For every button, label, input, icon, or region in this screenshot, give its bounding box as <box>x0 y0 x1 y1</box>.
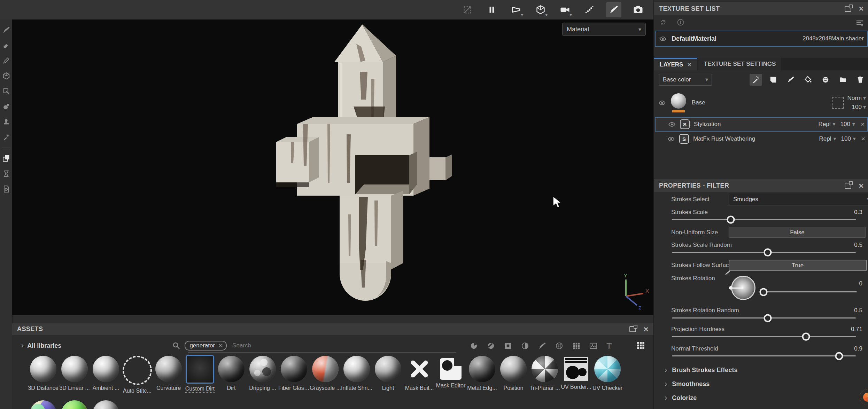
remove-layer-icon[interactable]: × <box>861 120 865 128</box>
asset-uv-border[interactable]: UV Border... <box>560 356 592 394</box>
hardware-icon[interactable] <box>572 342 580 350</box>
asset-fiber-glass[interactable]: Fiber Glass... <box>278 356 310 394</box>
search-tag[interactable]: generator × <box>185 341 227 351</box>
asset-partial-2[interactable] <box>59 400 90 409</box>
section-colorize[interactable]: › Colorize <box>665 393 697 402</box>
solo-icon[interactable] <box>676 18 685 26</box>
close-icon[interactable]: × <box>859 182 864 190</box>
opacity-dropdown[interactable]: 100 <box>852 104 862 111</box>
asset-tri-planar[interactable]: Tri-Planar ... <box>529 356 560 394</box>
projection-tool-icon[interactable] <box>0 53 12 68</box>
resources-icon[interactable] <box>0 181 12 197</box>
delete-layer-icon[interactable] <box>854 74 867 86</box>
close-icon[interactable]: × <box>644 325 649 333</box>
asset-light[interactable]: Light <box>372 356 404 394</box>
shading-mode-dropdown[interactable]: Material <box>562 23 646 36</box>
texture-set-row[interactable]: DefaultMaterial 2048x2048 Main shader <box>655 31 868 47</box>
perspective-icon[interactable]: ▾ <box>509 2 524 17</box>
base-color-swatch[interactable] <box>672 110 685 112</box>
channel-dropdown[interactable]: Base color <box>659 74 712 86</box>
particles-tool-icon[interactable] <box>0 99 12 114</box>
add-folder-icon[interactable] <box>837 74 849 86</box>
opacity-dropdown[interactable]: 100 <box>840 121 850 128</box>
blend-mode-dropdown[interactable]: Norm <box>847 95 862 102</box>
polygon-fill-tool-icon[interactable] <box>0 68 12 84</box>
asset-ambient[interactable]: Ambient ... <box>90 356 122 394</box>
strokes-rotation-dial[interactable] <box>731 276 755 300</box>
brushes-icon[interactable] <box>538 342 546 350</box>
paint-tool-icon[interactable] <box>0 22 12 38</box>
viewport-3d[interactable]: Material Y X Z <box>12 19 653 315</box>
tab-texture-set-settings[interactable]: TEXTURE SET SETTINGS <box>698 58 782 70</box>
asset-dirt[interactable]: Dirt <box>216 356 247 394</box>
normal-threshold-slider[interactable] <box>672 352 856 361</box>
layer-row-matfx-rust[interactable]: S MatFx Rust Weathering Repl 100 × <box>655 132 868 145</box>
layer-row-base[interactable]: Base Norm 100 <box>655 90 868 116</box>
asset-3d-distance[interactable]: 3D Distance <box>28 356 59 394</box>
strokes-rotation-slider[interactable] <box>764 288 857 297</box>
popout-icon[interactable] <box>629 326 636 332</box>
history-icon[interactable] <box>0 166 12 181</box>
axis-gizmo[interactable]: Y X Z <box>618 272 653 310</box>
camera-icon[interactable]: ▾ <box>557 2 573 17</box>
smart-materials-icon[interactable] <box>487 342 495 350</box>
section-brush-strokes-effects[interactable]: › Brush Strokes Effects <box>665 365 737 375</box>
popout-icon[interactable] <box>845 6 851 12</box>
asset-custom-dirt[interactable]: Custom Dirt <box>184 356 216 394</box>
strokes-follow-surface-toggle[interactable]: True <box>729 260 867 271</box>
asset-metal-edge[interactable]: Metal Edg... <box>466 356 498 394</box>
paint-brush-icon[interactable] <box>606 2 621 17</box>
asset-mask-editor[interactable]: Mask Editor <box>435 356 466 394</box>
search-input[interactable] <box>232 342 292 349</box>
pause-icon[interactable] <box>484 2 499 17</box>
asset-position[interactable]: Position <box>498 356 529 394</box>
mesh-cube-icon[interactable]: ▾ <box>533 2 548 17</box>
visibility-eye-icon[interactable] <box>667 136 675 142</box>
screenshot-icon[interactable] <box>630 2 646 17</box>
blend-mode-dropdown[interactable]: Repl <box>819 135 831 142</box>
layer-thumbnail[interactable] <box>671 93 686 109</box>
clone-tool-icon[interactable] <box>0 114 12 129</box>
smart-masks-icon[interactable] <box>504 342 512 350</box>
visibility-eye-icon[interactable] <box>668 122 676 127</box>
section-smoothness[interactable]: › Smoothness <box>665 379 710 388</box>
asset-partial-1[interactable] <box>28 400 59 409</box>
asset-auto-stitch[interactable]: Auto Stitc... <box>122 356 153 394</box>
asset-partial-3[interactable] <box>90 400 122 409</box>
grid-view-icon[interactable] <box>636 341 645 350</box>
layer-row-stylization[interactable]: S Stylization Repl 100 × <box>655 117 868 132</box>
asset-mask-builder[interactable]: Mask Buil... <box>404 356 435 394</box>
close-icon[interactable]: × <box>859 5 864 13</box>
remove-layer-icon[interactable]: × <box>861 135 865 143</box>
mask-placeholder[interactable] <box>832 97 844 109</box>
add-paint-icon[interactable] <box>784 74 797 86</box>
list-options-icon[interactable] <box>855 19 864 27</box>
strokes-scale-slider[interactable] <box>672 215 856 224</box>
smudge-tool-icon[interactable] <box>0 84 12 99</box>
procedurals-icon[interactable] <box>555 342 563 350</box>
projection-hardness-slider[interactable] <box>672 332 856 341</box>
asset-3d-linear[interactable]: 3D Linear ... <box>59 356 90 394</box>
stencil-off-icon[interactable] <box>460 2 475 17</box>
asset-uv-checker[interactable]: UV Checker <box>592 356 623 394</box>
non-uniform-size-toggle[interactable]: False <box>729 227 866 238</box>
filters-icon[interactable] <box>521 342 529 350</box>
add-smart-material-icon[interactable] <box>819 74 832 86</box>
chevron-right-icon[interactable]: › <box>21 341 24 350</box>
tab-layers[interactable]: LAYERS × <box>654 58 697 70</box>
materials-icon[interactable] <box>470 342 478 350</box>
remove-tag-icon[interactable]: × <box>218 342 222 349</box>
asset-inflate-shrink[interactable]: Inflate Shri... <box>341 356 372 394</box>
popout-icon[interactable] <box>845 183 851 189</box>
strokes-scale-random-slider[interactable] <box>672 248 856 257</box>
sync-visibility-icon[interactable] <box>659 18 667 26</box>
eraser-tool-icon[interactable] <box>0 38 12 53</box>
opacity-dropdown[interactable]: 100 <box>841 135 851 142</box>
material-picker-tool-icon[interactable] <box>0 129 12 145</box>
add-fill-layer-icon[interactable] <box>802 74 814 86</box>
assets-shelf-icon[interactable] <box>0 151 12 166</box>
library-selector[interactable]: All libraries <box>27 342 61 349</box>
strokes-rotation-random-slider[interactable] <box>672 314 856 323</box>
close-tab-icon[interactable]: × <box>687 61 691 69</box>
asset-curvature[interactable]: Curvature <box>153 356 184 394</box>
